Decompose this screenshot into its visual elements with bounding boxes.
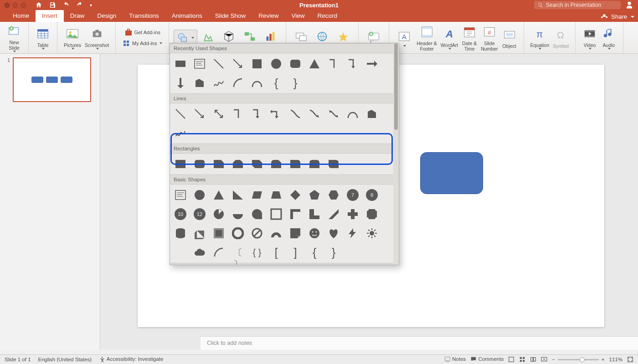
line-elbow-double-arrow[interactable] [269,107,283,121]
basic-decagon[interactable]: 10 [174,207,187,221]
home-icon[interactable] [35,1,42,9]
line-curved-double-arrow[interactable] [327,107,340,121]
zoom-out-icon[interactable]: − [552,357,555,362]
symbol-button[interactable]: Ω Symbol [551,27,571,49]
shape-right-arrow[interactable] [365,57,379,71]
shape-curve[interactable] [250,76,264,90]
basic-double-brace[interactable]: { } [250,246,264,259]
status-notes[interactable]: Notes [444,356,466,363]
tab-review[interactable]: Review [252,10,285,22]
basic-right-brace[interactable]: } [327,246,340,259]
basic-chord[interactable] [231,207,245,221]
tab-record[interactable]: Record [311,10,344,22]
rect-rounded[interactable] [193,157,206,171]
basic-octagon[interactable]: 8 [365,188,379,202]
basic-block-arc[interactable] [269,226,283,240]
tab-design[interactable]: Design [91,10,123,22]
basic-l-shape[interactable] [308,207,321,221]
redo-icon[interactable] [76,1,83,9]
my-addins-button[interactable]: My Add-ins [120,39,164,47]
shape-line[interactable] [212,57,226,71]
rounded-rectangle-shape[interactable] [420,152,483,194]
shape-arc[interactable] [231,76,245,90]
basic-parallelogram[interactable] [250,188,264,202]
rect-snip2-same[interactable] [231,157,245,171]
rect-plain[interactable] [174,157,187,171]
shape-right-brace[interactable]: } [288,76,302,90]
status-comments[interactable]: Comments [470,356,504,363]
basic-plaque[interactable] [365,207,379,221]
zoom-slider[interactable]: − + [552,357,604,362]
basic-pentagon[interactable] [308,188,321,202]
tab-transitions[interactable]: Transitions [123,10,165,22]
basic-triangle[interactable] [212,188,226,202]
line-freeform[interactable] [365,107,379,121]
line-curved-arrow[interactable] [308,107,321,121]
wordart-button[interactable]: A WordArt [439,26,460,50]
equation-button[interactable]: π Equation [529,26,551,50]
tab-animations[interactable]: Animations [165,10,209,22]
rect-round2-diag[interactable] [327,157,340,171]
basic-cross[interactable] [346,207,360,221]
shape-oval[interactable] [269,57,283,71]
shape-elbow-connector[interactable] [327,57,340,71]
view-slideshow-icon[interactable] [541,356,547,363]
tab-home[interactable]: Home [6,10,36,22]
object-button[interactable]: Object [500,27,519,49]
line-double-arrow[interactable] [212,107,226,121]
basic-can[interactable] [174,226,187,240]
tab-draw[interactable]: Draw [64,10,91,22]
qat-dropdown-icon[interactable]: ▾ [90,3,92,8]
zoom-value[interactable]: 111% [609,357,623,362]
basic-lightning[interactable] [346,226,360,240]
popup-scrollbar[interactable] [393,43,399,265]
basic-oval[interactable] [193,188,206,202]
basic-left-bracket[interactable]: [ [269,246,283,259]
notes-pane[interactable]: Click to add notes [201,336,638,350]
shape-freeform[interactable] [193,76,206,90]
basic-folded-corner[interactable] [288,226,302,240]
basic-sun[interactable] [365,226,379,240]
pictures-button[interactable]: Pictures [62,26,83,50]
shape-down-arrow[interactable] [174,76,187,90]
basic-heptagon[interactable]: 7 [346,188,360,202]
ribbon-collapse-icon[interactable] [631,16,634,18]
basic-frame[interactable] [269,207,283,221]
basic-bevel[interactable] [212,226,226,240]
rect-snip2-diag[interactable] [250,157,264,171]
basic-no-symbol[interactable] [250,226,264,240]
zoom-in-icon[interactable]: + [602,357,605,362]
line-scribble[interactable] [174,126,187,140]
basic-moon[interactable] [174,246,187,259]
line-straight[interactable] [174,107,187,121]
shape-left-brace[interactable]: { [269,76,283,90]
basic-dodecagon[interactable]: 12 [193,207,206,221]
rect-snip-round[interactable] [269,157,283,171]
audio-button[interactable]: Audio [599,26,618,50]
shape-elbow-arrow[interactable] [346,57,360,71]
shape-square[interactable] [250,57,264,71]
shape-line-arrow[interactable] [231,57,245,71]
header-footer-button[interactable]: Header & Footer [415,24,438,51]
basic-teardrop[interactable] [250,207,264,221]
shape-rectangle[interactable] [174,57,187,71]
basic-cube[interactable] [193,226,206,240]
line-elbow[interactable] [231,107,245,121]
slide-number-button[interactable]: # Slide Number [479,24,499,51]
basic-left-brace[interactable]: { [308,246,321,259]
view-sorter-icon[interactable] [519,356,525,363]
basic-donut[interactable] [231,226,245,240]
basic-arc2[interactable] [212,246,226,259]
slide-thumbnail-1[interactable] [13,57,91,102]
line-elbow-arrow[interactable] [250,107,264,121]
undo-icon[interactable] [62,1,70,9]
basic-heart[interactable] [327,226,340,240]
rect-round2-same[interactable] [308,157,321,171]
basic-cloud[interactable] [193,246,206,259]
tab-insert[interactable]: Insert [36,10,64,22]
shape-rounded-rect[interactable] [288,57,302,71]
screenshot-button[interactable]: Screenshot [83,26,111,50]
basic-diamond[interactable] [288,188,302,202]
shape-triangle[interactable] [308,57,321,71]
tab-view[interactable]: View [285,10,311,22]
